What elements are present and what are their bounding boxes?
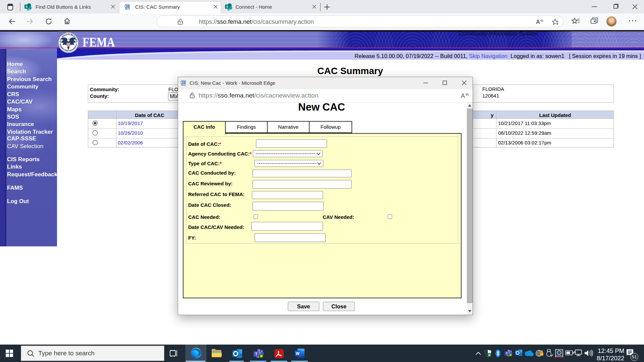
svg-text:W: W bbox=[296, 351, 300, 356]
svg-text:S: S bbox=[226, 5, 228, 8]
svg-text:S: S bbox=[25, 5, 28, 8]
svg-text:A: A bbox=[536, 19, 540, 25]
svg-text:A: A bbox=[461, 93, 465, 99]
svg-text:T: T bbox=[506, 352, 507, 355]
svg-text:T: T bbox=[255, 352, 258, 356]
